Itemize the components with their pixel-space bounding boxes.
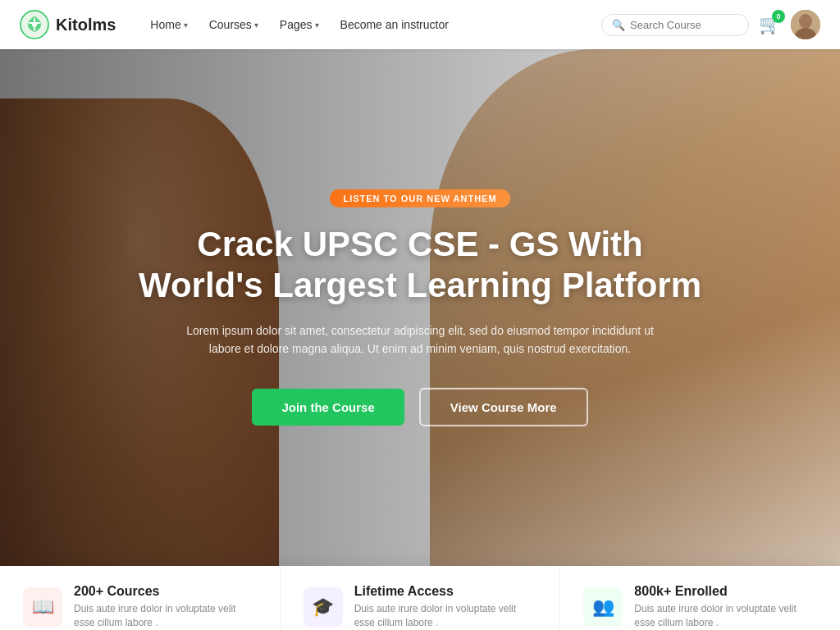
nav-home[interactable]: Home ▾ [142,13,195,36]
hero-section: LISTEN TO OUR NEW ANTHEM Crack UPSC CSE … [0,49,840,566]
stat-courses-desc: Duis aute irure dolor in voluptate velit… [74,602,257,630]
nav-pages-label: Pages [280,18,313,31]
stat-courses-title: 200+ Cources [74,584,257,599]
graduation-icon: 🎓 [312,596,334,618]
stat-access-desc: Duis aute irure dolor in voluptate velit… [354,602,537,630]
logo-text: Kitolms [56,16,116,34]
stat-access: 🎓 Lifetime Access Duis aute irure dolor … [281,566,561,630]
stat-enrolled-title: 800k+ Enrolled [634,584,817,599]
stat-courses: 📖 200+ Cources Duis aute irure dolor in … [0,566,281,630]
chevron-down-icon: ▾ [315,21,319,30]
stat-enrolled-text: 800k+ Enrolled Duis aute irure dolor in … [634,584,817,630]
search-icon: 🔍 [612,19,625,31]
nav-home-label: Home [150,18,180,31]
search-input[interactable] [630,19,737,31]
chevron-down-icon: ▾ [184,21,188,30]
hero-content: LISTEN TO OUR NEW ANTHEM Crack UPSC CSE … [133,189,707,427]
user-avatar[interactable] [791,10,820,39]
logo-icon [20,10,49,39]
enrolled-icon-wrap: 👥 [583,587,623,627]
hero-description: Lorem ipsum dolor sit amet, consectetur … [182,322,658,358]
svg-point-1 [32,22,37,27]
search-box[interactable]: 🔍 [601,14,749,36]
nav-courses-label: Courses [209,18,252,31]
nav-links: Home ▾ Courses ▾ Pages ▾ Become an instr… [142,13,601,36]
cart-badge: 0 [772,10,785,23]
view-course-button[interactable]: View Course More [419,387,588,426]
stat-access-title: Lifetime Access [354,584,537,599]
nav-right: 🔍 🛒 0 [601,10,820,39]
hero-badge: LISTEN TO OUR NEW ANTHEM [330,189,509,208]
users-icon: 👥 [592,596,614,618]
nav-courses[interactable]: Courses ▾ [201,13,267,36]
avatar-image [791,10,820,39]
nav-instructor-label: Become an instructor [340,18,449,31]
hero-title: Crack UPSC CSE - GS With World's Largest… [133,224,707,307]
stats-bar: 📖 200+ Cources Duis aute irure dolor in … [0,566,840,630]
chevron-down-icon: ▾ [254,21,258,30]
logo[interactable]: Kitolms [20,10,116,39]
cart-button[interactable]: 🛒 0 [759,14,781,35]
nav-pages[interactable]: Pages ▾ [272,13,327,36]
book-icon: 📖 [32,596,54,618]
stat-enrolled: 👥 800k+ Enrolled Duis aute irure dolor i… [560,566,840,630]
access-icon-wrap: 🎓 [304,587,343,627]
svg-point-3 [799,14,812,29]
navbar: Kitolms Home ▾ Courses ▾ Pages ▾ Become … [0,0,840,49]
stat-enrolled-desc: Duis aute irure dolor in voluptate velit… [634,602,817,630]
join-course-button[interactable]: Join the Course [252,388,404,425]
stat-courses-text: 200+ Cources Duis aute irure dolor in vo… [74,584,257,630]
courses-icon-wrap: 📖 [23,587,62,627]
nav-become-instructor[interactable]: Become an instructor [332,13,457,36]
stat-access-text: Lifetime Access Duis aute irure dolor in… [354,584,537,630]
hero-buttons: Join the Course View Course More [133,387,707,426]
